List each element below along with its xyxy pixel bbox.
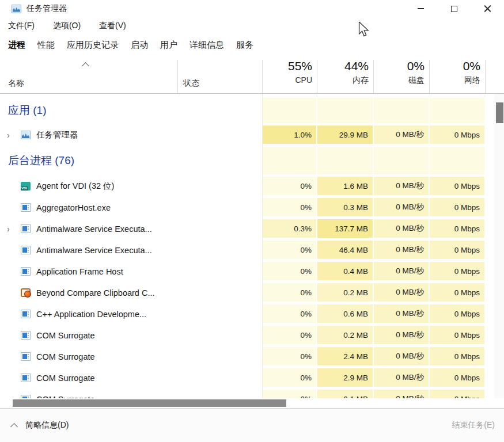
window-controls <box>404 0 504 17</box>
process-name: COM Surrogate <box>36 352 95 361</box>
horizontal-scrollbar-thumb[interactable] <box>13 399 286 407</box>
section-row[interactable]: 后台进程 (76) <box>0 146 504 176</box>
network-cell: 0 Mbps <box>429 367 485 388</box>
process-row[interactable]: › Antimalware Service Executa... 0.3% 13… <box>0 218 504 239</box>
disk-cell: 0 MB/秒 <box>373 124 429 146</box>
cpu-total-percent: 55% <box>262 59 312 73</box>
menu-item[interactable]: 选项(O) <box>53 21 81 31</box>
column-header-memory[interactable]: 44% 内存 <box>317 55 373 94</box>
cpu-cell: 0% <box>262 261 317 282</box>
memory-value: 1.6 MB <box>317 177 373 195</box>
cpu-cell: 0% <box>262 367 317 388</box>
disk-cell: 0 MB/秒 <box>373 346 429 367</box>
horizontal-scrollbar[interactable] <box>0 398 492 407</box>
cpu-cell: 0% <box>262 282 317 303</box>
network-cell: 0 Mbps <box>429 388 485 399</box>
tab-应用历史记录[interactable]: 应用历史记录 <box>67 40 119 51</box>
close-button[interactable] <box>471 0 504 17</box>
disk-value: 0 MB/秒 <box>374 326 429 344</box>
process-name: Beyond Compare Clipboard C... <box>36 288 155 298</box>
memory-cell: 0.6 MB <box>317 303 373 325</box>
disk-value: 0 MB/秒 <box>374 198 429 216</box>
minimize-button[interactable] <box>404 0 437 17</box>
memory-value: 0.2 MB <box>317 283 373 302</box>
cpu-cell: 1.0% <box>262 124 317 146</box>
vertical-scrollbar-thumb[interactable] <box>496 102 503 123</box>
menu-item[interactable]: 文件(F) <box>8 21 35 31</box>
disk-cell: 0 MB/秒 <box>373 239 429 261</box>
process-row[interactable]: › COM Surrogate 0% 0.2 MB 0 MB/秒 0 Mbps <box>0 325 504 346</box>
process-icon <box>21 224 31 233</box>
disk-value: 0 MB/秒 <box>374 177 429 195</box>
tab-性能[interactable]: 性能 <box>37 40 55 51</box>
network-total-percent: 0% <box>429 59 480 73</box>
network-value: 0 Mbps <box>430 390 484 399</box>
process-icon <box>21 246 31 254</box>
process-row[interactable]: › COM Surrogate 0% 2.4 MB 0 MB/秒 0 Mbps <box>0 346 504 367</box>
process-name: Agent for VDI (32 位) <box>36 181 114 192</box>
column-header-disk[interactable]: 0% 磁盘 <box>373 55 429 94</box>
network-value: 0 Mbps <box>430 326 484 344</box>
tab-用户[interactable]: 用户 <box>160 40 177 51</box>
vertical-scrollbar[interactable] <box>494 94 504 398</box>
tab-启动[interactable]: 启动 <box>131 40 148 51</box>
column-header-name[interactable]: 名称 <box>8 78 24 89</box>
cpu-value: 0% <box>263 198 316 216</box>
process-row[interactable]: › Beyond Compare Clipboard C... 0% 0.2 M… <box>0 282 504 303</box>
process-icon <box>21 267 31 276</box>
process-row[interactable]: › C++ Application Developme... 0% 0.6 MB… <box>0 303 504 325</box>
disk-cell: 0 MB/秒 <box>373 176 429 197</box>
cpu-cell: 0.3% <box>262 218 317 239</box>
tab-进程[interactable]: 进程 <box>8 40 25 51</box>
memory-value: 0.4 MB <box>317 262 373 280</box>
disk-cell: 0 MB/秒 <box>373 325 429 346</box>
disk-cell: 0 MB/秒 <box>373 388 429 399</box>
network-value: 0 Mbps <box>430 368 484 387</box>
memory-cell: 0.2 MB <box>317 325 373 346</box>
details-toggle[interactable]: 简略信息(D) <box>12 420 69 430</box>
memory-cell: 0.4 MB <box>317 261 373 282</box>
memory-cell: 137.7 MB <box>317 218 373 239</box>
cpu-value: 0.3% <box>263 219 316 238</box>
column-header-cpu[interactable]: 55% CPU <box>262 55 317 94</box>
disk-cell: 0 MB/秒 <box>373 367 429 388</box>
process-row[interactable]: › COM Surrogate 0% 0.1 MB 0 MB/秒 0 Mbps <box>0 388 504 399</box>
expand-chevron-icon[interactable]: › <box>7 224 21 234</box>
section-label: 应用 (1) <box>7 103 47 118</box>
footer-bar: 简略信息(D) 结束任务(E) <box>0 408 504 442</box>
end-task-button[interactable]: 结束任务(E) <box>452 420 495 430</box>
menubar: 文件(F)选项(O)查看(V) <box>0 17 504 35</box>
process-name: Application Frame Host <box>36 267 123 276</box>
maximize-button[interactable] <box>437 0 471 17</box>
process-row[interactable]: › Agent for VDI (32 位) 0% 1.6 MB 0 MB/秒 … <box>0 176 504 197</box>
tab-详细信息[interactable]: 详细信息 <box>190 40 224 51</box>
network-value: 0 Mbps <box>430 198 484 216</box>
column-header-network[interactable]: 0% 网络 <box>429 55 485 94</box>
expand-chevron-icon[interactable]: › <box>7 130 21 140</box>
memory-value: 0.6 MB <box>317 304 373 323</box>
process-name: COM Surrogate <box>36 331 95 340</box>
process-name: 任务管理器 <box>36 129 78 140</box>
process-row[interactable]: › AggregatorHost.exe 0% 0.3 MB 0 MB/秒 0 … <box>0 197 504 218</box>
app-chart-icon <box>12 5 21 13</box>
memory-cell: 1.6 MB <box>317 176 373 197</box>
menu-item[interactable]: 查看(V) <box>99 21 126 31</box>
process-row[interactable]: › 任务管理器 1.0% 29.9 MB 0 MB/秒 0 Mbps <box>0 124 504 146</box>
process-name: AggregatorHost.exe <box>36 203 111 212</box>
memory-value: 2.4 MB <box>317 347 373 365</box>
process-row[interactable]: › Antimalware Service Executa... 0% 46.4… <box>0 239 504 261</box>
memory-cell: 2.9 MB <box>317 367 373 388</box>
network-cell: 0 Mbps <box>429 282 485 303</box>
disk-cell: 0 MB/秒 <box>373 218 429 239</box>
memory-cell: 0.2 MB <box>317 282 373 303</box>
process-row[interactable]: › COM Surrogate 0% 2.9 MB 0 MB/秒 0 Mbps <box>0 367 504 388</box>
table-header: 名称 状态 55% CPU 44% 内存 0% 磁盘 0% 网络 <box>0 55 504 94</box>
column-header-status[interactable]: 状态 <box>183 78 199 89</box>
section-row[interactable]: 应用 (1) <box>0 97 504 124</box>
memory-cell: 2.4 MB <box>317 346 373 367</box>
disk-cell: 0 MB/秒 <box>373 303 429 325</box>
tab-服务[interactable]: 服务 <box>236 40 253 51</box>
memory-value: 2.9 MB <box>317 368 373 387</box>
cpu-cell: 0% <box>262 346 317 367</box>
process-row[interactable]: › Application Frame Host 0% 0.4 MB 0 MB/… <box>0 261 504 282</box>
